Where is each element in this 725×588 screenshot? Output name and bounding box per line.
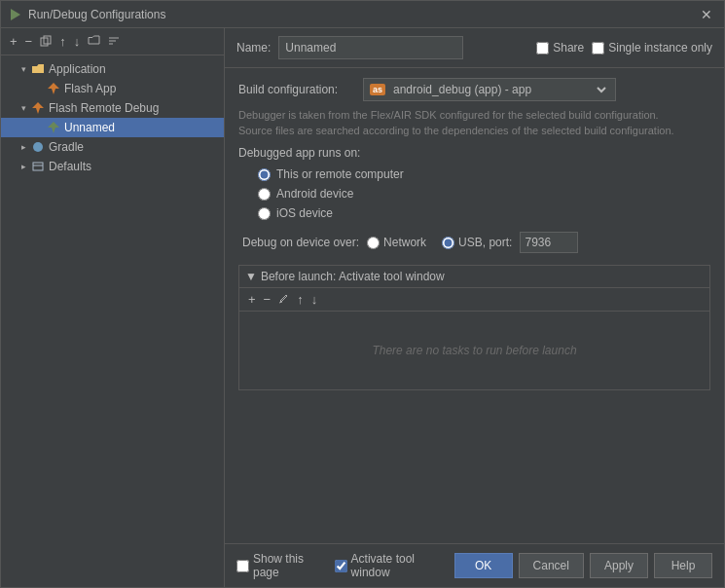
activate-tool-label: Activate tool window	[351, 552, 447, 579]
config-header: Name: Share Single instance only	[225, 28, 724, 68]
tree-label-defaults: Defaults	[49, 160, 91, 173]
close-button[interactable]: ✕	[697, 7, 716, 22]
application-folder-icon	[30, 61, 46, 77]
tree-toggle-flash-remote-debug: ▾	[17, 101, 30, 115]
title-bar: Run/Debug Configurations ✕	[1, 1, 724, 28]
show-page-checkbox[interactable]	[236, 560, 249, 572]
tree-item-gradle[interactable]: ▸ Gradle	[1, 137, 224, 157]
footer-right: OK Cancel Apply Help	[454, 553, 712, 578]
share-checkbox-label[interactable]: Share	[536, 41, 584, 55]
sidebar-tree: ▾ Application Flash App	[1, 55, 224, 587]
network-radio-option[interactable]: Network	[367, 236, 426, 249]
header-right: Share Single instance only	[536, 41, 712, 55]
tree-toggle-application: ▾	[17, 62, 30, 76]
config-footer: Show this page Activate tool window OK C…	[225, 543, 724, 587]
main-content: + − ↑ ↓ ▾	[1, 28, 724, 587]
move-up-button[interactable]: ↑	[56, 33, 69, 50]
dialog-title: Run/Debug Configurations	[28, 8, 165, 21]
move-down-button[interactable]: ↓	[71, 33, 84, 50]
flash-app-icon	[46, 81, 61, 96]
build-config-select[interactable]: as android_debug (app) - app	[363, 78, 616, 101]
tree-label-application: Application	[49, 62, 106, 76]
port-input[interactable]	[520, 232, 578, 253]
defaults-icon	[30, 159, 46, 174]
tree-toggle-gradle: ▸	[17, 140, 30, 154]
svg-rect-10	[33, 163, 43, 170]
hint-text-2: Source files are searched according to t…	[238, 125, 710, 136]
config-body: Build configuration: as android_debug (a…	[225, 68, 724, 543]
before-launch-empty-text: There are no tasks to run before launch	[372, 344, 576, 357]
share-checkbox[interactable]	[536, 42, 549, 55]
svg-marker-6	[48, 83, 59, 94]
activate-tool-checkbox[interactable]	[335, 560, 347, 572]
tree-label-flash-app: Flash App	[64, 82, 116, 95]
tree-label-flash-remote-debug: Flash Remote Debug	[49, 101, 159, 115]
remove-config-button[interactable]: −	[22, 33, 36, 50]
before-launch-remove-button[interactable]: −	[261, 291, 274, 308]
radio-this-remote-input[interactable]	[258, 168, 271, 181]
usb-radio-option[interactable]: USB, port:	[442, 236, 512, 249]
svg-marker-0	[11, 9, 20, 20]
single-instance-label: Single instance only	[608, 41, 712, 55]
tree-label-unnamed: Unnamed	[64, 121, 115, 134]
tree-item-unnamed[interactable]: Unnamed	[1, 118, 224, 137]
svg-marker-7	[32, 102, 44, 114]
before-launch-edit-button[interactable]	[275, 291, 292, 308]
usb-radio[interactable]	[442, 237, 454, 249]
radio-android-input[interactable]	[258, 188, 271, 201]
ok-button[interactable]: OK	[454, 553, 513, 578]
help-button[interactable]: Help	[654, 553, 712, 578]
network-radio[interactable]	[367, 237, 380, 249]
name-label: Name:	[236, 41, 271, 55]
tree-item-flash-app[interactable]: Flash App	[1, 79, 224, 98]
show-page-label: Show this page	[253, 552, 325, 579]
radio-android[interactable]: Android device	[258, 187, 710, 201]
create-folder-button[interactable]	[85, 33, 103, 50]
share-label: Share	[553, 41, 584, 55]
before-launch-body: There are no tasks to run before launch	[239, 312, 709, 389]
tree-item-defaults[interactable]: ▸ Defaults	[1, 157, 224, 176]
before-launch-down-button[interactable]: ↓	[308, 291, 321, 308]
single-instance-checkbox-label[interactable]: Single instance only	[592, 41, 712, 55]
footer-left: Show this page Activate tool window	[236, 552, 447, 579]
before-launch-label: Before launch: Activate tool window	[261, 270, 445, 283]
sort-button[interactable]	[105, 33, 123, 51]
before-launch-add-button[interactable]: +	[245, 291, 259, 308]
radio-android-label: Android device	[276, 187, 353, 201]
tree-toggle-flash-app	[32, 82, 46, 95]
build-icon: as	[370, 84, 385, 95]
gradle-icon	[30, 139, 46, 155]
radio-ios-label: iOS device	[276, 206, 333, 220]
tree-item-application[interactable]: ▾ Application	[1, 59, 224, 79]
sidebar-toolbar: + − ↑ ↓	[1, 28, 224, 55]
svg-point-9	[33, 142, 43, 152]
unnamed-config-icon	[46, 120, 61, 135]
build-config-dropdown[interactable]: android_debug (app) - app	[389, 82, 609, 97]
svg-marker-8	[48, 122, 59, 133]
debugged-runs-on-section: Debugged app runs on: This or remote com…	[238, 146, 710, 220]
show-page-checkbox-label[interactable]: Show this page	[236, 552, 325, 579]
before-launch-toggle[interactable]: ▼	[245, 270, 257, 283]
title-bar-left: Run/Debug Configurations	[9, 8, 165, 21]
build-config-label: Build configuration:	[238, 83, 355, 96]
apply-button[interactable]: Apply	[590, 553, 648, 578]
activate-tool-checkbox-label[interactable]: Activate tool window	[335, 552, 447, 579]
usb-label: USB, port:	[458, 236, 512, 249]
radio-this-remote[interactable]: This or remote computer	[258, 167, 710, 181]
copy-config-button[interactable]	[37, 33, 54, 51]
name-input[interactable]	[278, 36, 463, 59]
add-config-button[interactable]: +	[7, 33, 20, 50]
single-instance-checkbox[interactable]	[592, 42, 604, 55]
hint-text-1: Debugger is taken from the Flex/AIR SDK …	[238, 109, 710, 121]
tree-item-flash-remote-debug[interactable]: ▾ Flash Remote Debug	[1, 98, 224, 118]
sidebar: + − ↑ ↓ ▾	[1, 28, 225, 587]
runs-on-radio-group: This or remote computer Android device i…	[238, 167, 710, 220]
run-debug-configurations-dialog: Run/Debug Configurations ✕ + − ↑ ↓	[0, 0, 725, 588]
radio-ios[interactable]: iOS device	[258, 206, 710, 220]
right-panel: Name: Share Single instance only Bui	[225, 28, 724, 587]
run-icon	[9, 8, 22, 21]
before-launch-section: ▼ Before launch: Activate tool window + …	[238, 265, 710, 390]
cancel-button[interactable]: Cancel	[519, 553, 584, 578]
radio-ios-input[interactable]	[258, 207, 271, 220]
before-launch-up-button[interactable]: ↑	[294, 291, 307, 308]
